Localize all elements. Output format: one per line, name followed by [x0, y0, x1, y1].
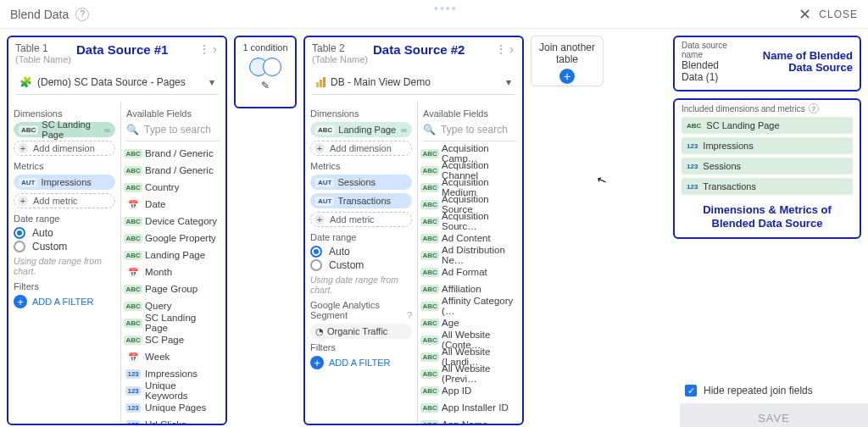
page-title: Blend Data	[10, 8, 69, 21]
blend-name-label: Data source name	[682, 41, 737, 59]
join-condition-label: 1 condition	[239, 42, 292, 53]
table1-add-dim[interactable]: +Add dimension	[14, 141, 115, 156]
checkbox-icon: ✓	[685, 385, 697, 396]
field-row[interactable]: ABCAcquisition Sourc…	[423, 213, 517, 230]
field-row[interactable]: ABCAd Format	[423, 263, 517, 280]
field-row[interactable]: ABCApp Installer ID	[423, 399, 517, 416]
table1-panel: Table 1 (Table Name) Data Source #1 ⋮ › …	[7, 36, 227, 425]
table1-date-auto[interactable]: Auto	[14, 227, 115, 239]
drag-handle-icon[interactable]: ••••	[434, 2, 458, 15]
field-row[interactable]: ABCApp Name	[423, 416, 517, 424]
blend-name-input[interactable]: Blended Data (1)	[682, 59, 737, 83]
field-row[interactable]: ABCPage Group	[126, 280, 220, 297]
save-button[interactable]: SAVE	[680, 403, 868, 427]
field-row[interactable]: 123Url Clicks	[126, 416, 220, 424]
field-row[interactable]: ABCAcquisition Channel	[423, 162, 517, 179]
table1-dim-pill[interactable]: ABCSC Landing Page	[14, 122, 115, 137]
annot-dm: Dimensions & Metrics of Blended Data Sou…	[682, 203, 853, 230]
field-row[interactable]: Week	[126, 348, 220, 365]
table2-add-filter[interactable]: +ADD A FILTER	[310, 356, 412, 369]
segment-pill[interactable]: ◔Organic Traffic	[310, 324, 412, 339]
table2-date-custom[interactable]: Custom	[310, 259, 412, 271]
table2-label: Table 2	[312, 42, 368, 54]
help-icon[interactable]: ?	[809, 103, 819, 114]
datasource-icon: 🧩	[19, 76, 32, 88]
edit-icon: ✎	[239, 80, 292, 92]
table2-metric-pill-0[interactable]: AUTSessions	[310, 175, 412, 190]
field-row[interactable]: Month	[126, 263, 220, 280]
table2-date-auto[interactable]: Auto	[310, 246, 412, 258]
table2-sub: (Table Name)	[312, 54, 368, 64]
included-row[interactable]: 123Sessions	[682, 158, 853, 175]
table1-sub: (Table Name)	[15, 54, 71, 64]
field-row[interactable]: ABCAcquisition Source	[423, 196, 517, 213]
annot-name: Name of Blended Data Source	[737, 50, 853, 74]
included-row[interactable]: 123Impressions	[682, 137, 853, 154]
avail-fields-label: Available Fields	[126, 108, 220, 119]
hide-repeated-checkbox[interactable]: ✓ Hide repeated join fields	[680, 378, 868, 403]
included-row[interactable]: ABCSC Landing Page	[682, 117, 853, 134]
field-row[interactable]: ABCSC Page	[126, 331, 220, 348]
table2-search[interactable]: 🔍Type to search	[423, 122, 517, 141]
table2-collapse-icon[interactable]: ›	[508, 42, 515, 56]
field-row[interactable]: Date	[126, 196, 220, 213]
table1-add-filter[interactable]: +ADD A FILTER	[14, 295, 115, 308]
field-row[interactable]: ABCAcquisition Camp…	[423, 145, 517, 162]
field-row[interactable]: ABCSC Landing Page	[126, 314, 220, 331]
plus-icon: +	[559, 69, 575, 84]
field-row[interactable]: 123Unique Keywords	[126, 382, 220, 399]
table2-menu-icon[interactable]: ⋮	[495, 42, 508, 56]
table2-add-metric[interactable]: +Add metric	[310, 212, 412, 227]
search-icon: 🔍	[423, 124, 436, 136]
field-row[interactable]: 123Unique Pages	[126, 399, 220, 416]
field-row[interactable]: ABCQuery	[126, 297, 220, 314]
table1-metric-pill[interactable]: AUTImpressions	[14, 175, 115, 190]
field-row[interactable]: ABCAge	[423, 314, 517, 331]
venn-icon	[249, 58, 281, 78]
table1-date-custom[interactable]: Custom	[14, 241, 115, 252]
field-row[interactable]: ABCBrand / Generic	[126, 162, 220, 179]
chevron-down-icon: ▾	[506, 76, 511, 88]
field-row[interactable]: ABCAd Distribution Ne…	[423, 247, 517, 263]
field-row[interactable]: ABCAffiliation	[423, 280, 517, 297]
table2-metric-pill-1[interactable]: AUTTransactions	[310, 193, 412, 208]
ga-icon	[316, 77, 326, 87]
table1-source-select[interactable]: 🧩 (Demo) SC Data Source - Pages ▾	[15, 69, 219, 95]
segment-icon: ◔	[315, 326, 324, 337]
table1-date-hint: Using date range from chart.	[14, 256, 115, 276]
field-row[interactable]: ABCCountry	[126, 179, 220, 196]
annot-ds2: Data Source #2	[373, 42, 465, 57]
dimensions-label: Dimensions	[14, 108, 115, 119]
table2-source-select[interactable]: DB - Main View Demo ▾	[312, 69, 515, 95]
annot-ds1: Data Source #1	[76, 42, 168, 57]
help-icon[interactable]: ?	[75, 8, 89, 21]
search-icon: 🔍	[126, 124, 139, 136]
field-row[interactable]: ABCDevice Category	[126, 213, 220, 230]
close-icon: ✕	[798, 5, 812, 24]
field-row[interactable]: ABCAcquisition Medium	[423, 179, 517, 196]
field-row[interactable]: ABCGoogle Property	[126, 230, 220, 247]
field-row[interactable]: ABCAll Website (Previ…	[423, 365, 517, 382]
table1-label: Table 1	[15, 42, 71, 54]
table1-add-metric[interactable]: +Add metric	[14, 193, 115, 208]
table1-search[interactable]: 🔍Type to search	[126, 122, 220, 141]
field-row[interactable]: ABCAffinity Category (…	[423, 297, 517, 314]
field-row[interactable]: ABCAll Website (Conte…	[423, 331, 517, 348]
join-another-button[interactable]: Join another table +	[531, 36, 604, 86]
field-row[interactable]: ABCLanding Page	[126, 247, 220, 263]
field-row[interactable]: ABCAll Website (Landi…	[423, 348, 517, 365]
blend-name-box: Data source name Blended Data (1) Name o…	[673, 36, 861, 92]
join-config[interactable]: 1 condition ✎	[234, 36, 297, 108]
close-button[interactable]: ✕CLOSE	[798, 5, 858, 24]
field-row[interactable]: ABCBrand / Generic	[126, 145, 220, 162]
table1-collapse-icon[interactable]: ›	[211, 42, 219, 56]
field-row[interactable]: ABCAd Content	[423, 230, 517, 247]
table2-dim-pill[interactable]: ABCLanding Page	[310, 122, 412, 137]
field-row[interactable]: ABCApp ID	[423, 382, 517, 399]
cursor-icon: ↖	[595, 171, 609, 187]
included-row[interactable]: 123Transactions	[682, 178, 853, 195]
table1-menu-icon[interactable]: ⋮	[198, 42, 211, 56]
filters-label: Filters	[14, 281, 115, 291]
table2-add-dim[interactable]: +Add dimension	[310, 141, 412, 156]
field-row[interactable]: 123Impressions	[126, 365, 220, 382]
